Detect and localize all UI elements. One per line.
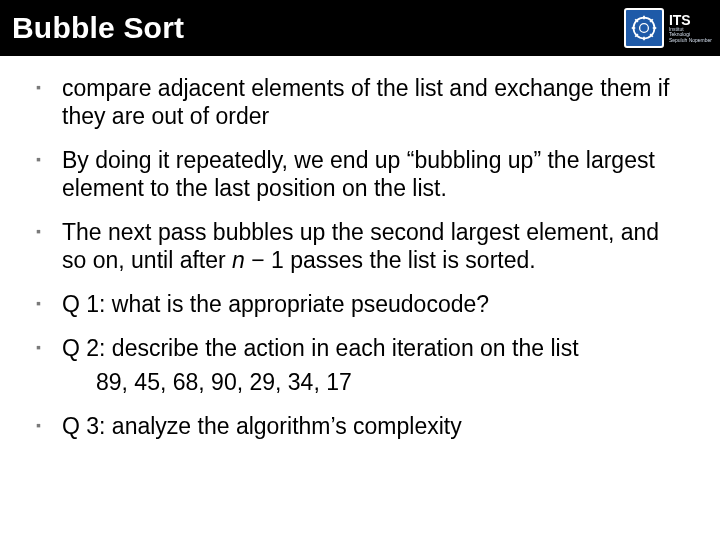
- slide: Bubble Sort: [0, 0, 720, 540]
- bullet-icon: ▪: [36, 341, 48, 353]
- bullet-text-post: − 1 passes the list is sorted.: [245, 247, 536, 273]
- bullet-icon: ▪: [36, 153, 48, 165]
- slide-title: Bubble Sort: [12, 11, 184, 45]
- bullet-icon: ▪: [36, 297, 48, 309]
- bullet-text: Q 2: describe the action in each iterati…: [62, 334, 579, 362]
- bullet-text: The next pass bubbles up the second larg…: [62, 218, 684, 274]
- bullet-text: By doing it repeatedly, we end up “bubbl…: [62, 146, 684, 202]
- logo-sub-3: Sepuluh Nopember: [669, 38, 712, 44]
- bullet-text: Q 3: analyze the algorithm’s complexity: [62, 412, 462, 440]
- slide-content: ▪ compare adjacent elements of the list …: [0, 56, 720, 466]
- logo-abbrev: ITS: [669, 13, 712, 27]
- bullet-icon: ▪: [36, 225, 48, 237]
- logo-text-block: ITS Institut Teknologi Sepuluh Nopember: [669, 13, 712, 44]
- variable-n: n: [232, 247, 245, 273]
- institution-logo: ITS Institut Teknologi Sepuluh Nopember: [624, 8, 712, 48]
- its-emblem-icon: [624, 8, 664, 48]
- list-item: ▪ Q 2: describe the action in each itera…: [36, 334, 684, 362]
- bullet-text: compare adjacent elements of the list an…: [62, 74, 684, 130]
- bullet-icon: ▪: [36, 81, 48, 93]
- bullet-icon: ▪: [36, 419, 48, 431]
- list-item: ▪ Q 1: what is the appropriate pseudocod…: [36, 290, 684, 318]
- list-item: ▪ The next pass bubbles up the second la…: [36, 218, 684, 274]
- list-item: ▪ Q 3: analyze the algorithm’s complexit…: [36, 412, 684, 440]
- gear-icon: [630, 14, 658, 42]
- svg-point-1: [640, 24, 649, 33]
- list-item: ▪ compare adjacent elements of the list …: [36, 74, 684, 130]
- title-bar: Bubble Sort: [0, 0, 720, 56]
- example-list-values: 89, 45, 68, 90, 29, 34, 17: [36, 368, 684, 396]
- bullet-text: Q 1: what is the appropriate pseudocode?: [62, 290, 489, 318]
- list-item: ▪ By doing it repeatedly, we end up “bub…: [36, 146, 684, 202]
